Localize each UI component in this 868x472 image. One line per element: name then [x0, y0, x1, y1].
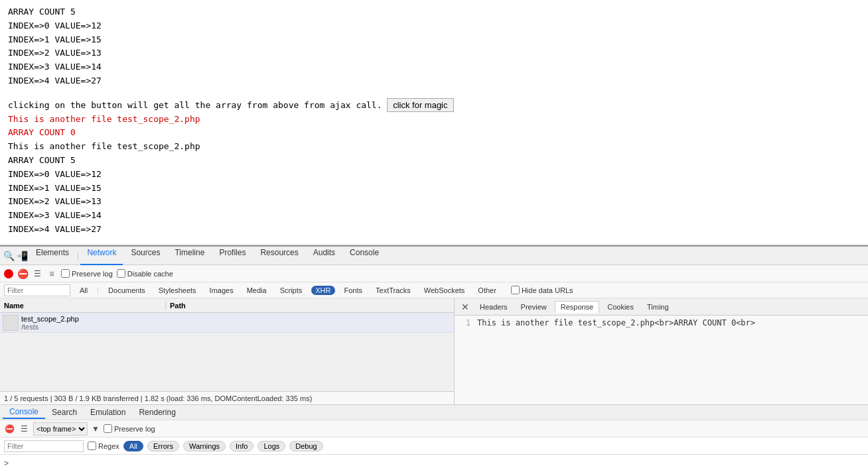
response-close-icon[interactable]: ✕ — [459, 302, 472, 312]
console-preserve-log-text: Preserve log — [114, 425, 155, 433]
request-row[interactable]: test_scope_2.php /tests — [0, 313, 454, 333]
record-button[interactable] — [4, 269, 13, 278]
console-prompt: > — [4, 459, 9, 468]
response-panel: ✕ Headers Preview Response Cookies Timin… — [455, 298, 868, 404]
filter-other[interactable]: Other — [474, 286, 500, 295]
log-level-all[interactable]: All — [123, 441, 143, 451]
line-index-3: INDEX=>3 VALUE=>14 — [8, 60, 860, 74]
page-content: ARRAY COUNT 5 INDEX=>0 VALUE=>12 INDEX=>… — [0, 0, 868, 245]
index-3-b: INDEX=>3 VALUE=>14 — [8, 209, 860, 223]
console-tab-emulation[interactable]: Emulation — [84, 406, 132, 418]
filter-xhr[interactable]: XHR — [311, 286, 334, 295]
console-input-row: > — [0, 455, 868, 472]
disable-cache-label[interactable]: Disable cache — [117, 269, 173, 278]
clear-icon[interactable]: ⛔ — [17, 268, 28, 279]
line-index-0: INDEX=>0 VALUE=>12 — [8, 19, 860, 33]
console-ban-icon[interactable]: ⛔ — [4, 424, 15, 434]
hide-data-urls-label[interactable]: Hide data URLs — [511, 286, 573, 294]
tab-network[interactable]: Network — [80, 247, 123, 265]
log-level-warnings[interactable]: Warnings — [183, 441, 226, 451]
console-tabs: Console Search Emulation Rendering — [0, 404, 868, 420]
console-tab-search[interactable]: Search — [45, 406, 84, 418]
requests-status: 1 / 5 requests | 303 B / 1.9 KB transfer… — [0, 391, 454, 404]
tab-timeline[interactable]: Timeline — [168, 247, 211, 265]
request-icon — [3, 315, 19, 331]
request-path: /tests — [21, 323, 79, 331]
filter-stylesheets[interactable]: Stylesheets — [155, 286, 200, 295]
response-tabs: ✕ Headers Preview Response Cookies Timin… — [455, 298, 868, 316]
console-tab-console[interactable]: Console — [3, 406, 45, 419]
tab-resources[interactable]: Resources — [253, 247, 305, 265]
requests-body: test_scope_2.php /tests — [0, 313, 454, 391]
frame-selector[interactable]: <top frame> — [33, 422, 88, 436]
response-tab-headers[interactable]: Headers — [474, 302, 513, 312]
console-preserve-log-checkbox[interactable] — [104, 424, 112, 433]
index-4-b: INDEX=>4 VALUE=>27 — [8, 223, 860, 237]
log-level-logs[interactable]: Logs — [257, 441, 285, 451]
hide-data-urls-text: Hide data URLs — [522, 286, 573, 294]
filter-images[interactable]: Images — [206, 286, 238, 295]
filter-media[interactable]: Media — [243, 286, 271, 295]
line-number: 1 — [457, 318, 470, 327]
tab-console[interactable]: Console — [343, 247, 386, 265]
filter-icon[interactable]: ☰ — [32, 268, 42, 279]
request-details: test_scope_2.php /tests — [21, 315, 79, 331]
array-output-section: ARRAY COUNT 5 INDEX=>0 VALUE=>12 INDEX=>… — [8, 5, 860, 88]
line-index-1: INDEX=>1 VALUE=>15 — [8, 33, 860, 47]
scope-line-2: This is another file test_scope_2.php — [8, 140, 860, 154]
filter-documents[interactable]: Documents — [104, 286, 149, 295]
filter-websockets[interactable]: WebSockets — [420, 286, 469, 295]
index-2-b: INDEX=>2 VALUE=>13 — [8, 195, 860, 209]
preserve-log-checkbox[interactable] — [61, 269, 70, 278]
regex-label[interactable]: Regex — [88, 442, 119, 450]
tab-elements[interactable]: Elements — [29, 247, 76, 265]
disable-cache-checkbox[interactable] — [117, 269, 125, 278]
column-name: Name — [0, 302, 166, 310]
requests-header: Name Path — [0, 298, 454, 313]
filter-all[interactable]: All — [76, 286, 92, 295]
preserve-log-text: Preserve log — [72, 270, 113, 278]
log-level-info[interactable]: Info — [230, 441, 253, 451]
array-count-0: ARRAY COUNT 0 — [8, 126, 860, 140]
log-level-debug[interactable]: Debug — [289, 441, 323, 451]
response-tab-response[interactable]: Response — [555, 301, 600, 313]
hide-data-urls-checkbox[interactable] — [511, 286, 520, 294]
dropdown-arrow-icon: ▼ — [92, 424, 100, 434]
tab-sources[interactable]: Sources — [124, 247, 167, 265]
preserve-log-label[interactable]: Preserve log — [61, 269, 113, 278]
response-content: This is another file test_scope_2.php<br… — [477, 318, 755, 327]
array-count-5: ARRAY COUNT 5 — [8, 154, 860, 168]
console-toolbar: ⛔ ☰ <top frame> ▼ Preserve log — [0, 420, 868, 438]
console-filter-input[interactable] — [4, 440, 84, 452]
regex-checkbox[interactable] — [88, 442, 96, 450]
line-array-count: ARRAY COUNT 5 — [8, 5, 860, 19]
network-filter-bar: All | Documents Stylesheets Images Media… — [0, 282, 868, 298]
index-1-b: INDEX=>1 VALUE=>15 — [8, 182, 860, 196]
magic-button[interactable]: click for magic — [387, 98, 453, 112]
console-tab-rendering[interactable]: Rendering — [132, 406, 182, 418]
console-filter-icon[interactable]: ☰ — [19, 424, 29, 434]
view-icon[interactable]: ≡ — [46, 268, 57, 279]
response-tab-timing[interactable]: Timing — [642, 302, 674, 312]
console-input[interactable] — [11, 459, 864, 468]
filter-scripts[interactable]: Scripts — [276, 286, 307, 295]
tab-profiles[interactable]: Profiles — [212, 247, 252, 265]
filter-texttracks[interactable]: TextTracks — [372, 286, 415, 295]
network-toolbar: ⛔ ☰ ≡ Preserve log Disable cache — [0, 265, 868, 282]
response-tab-cookies[interactable]: Cookies — [602, 302, 639, 312]
log-level-errors[interactable]: Errors — [147, 441, 179, 451]
scope-line-1: This is another file test_scope_2.php — [8, 113, 860, 127]
request-name: test_scope_2.php — [21, 315, 79, 323]
requests-panel: Name Path test_scope_2.php /tests 1 / 5 … — [0, 298, 455, 404]
device-icon[interactable]: 📲 — [16, 250, 28, 262]
inspect-icon[interactable]: 🔍 — [3, 250, 15, 262]
tab-audits[interactable]: Audits — [307, 247, 342, 265]
console-filter-row: Regex All Errors Warnings Info Logs Debu… — [0, 438, 868, 455]
devtools-topnav: 🔍 📲 Elements | Network Sources Timeline … — [0, 247, 868, 265]
filter-fonts[interactable]: Fonts — [340, 286, 367, 295]
filter-input[interactable] — [4, 284, 70, 296]
regex-text: Regex — [98, 442, 119, 450]
console-preserve-log-label[interactable]: Preserve log — [104, 424, 155, 433]
response-tab-preview[interactable]: Preview — [516, 302, 552, 312]
response-body: 1 This is another file test_scope_2.php<… — [455, 316, 868, 404]
